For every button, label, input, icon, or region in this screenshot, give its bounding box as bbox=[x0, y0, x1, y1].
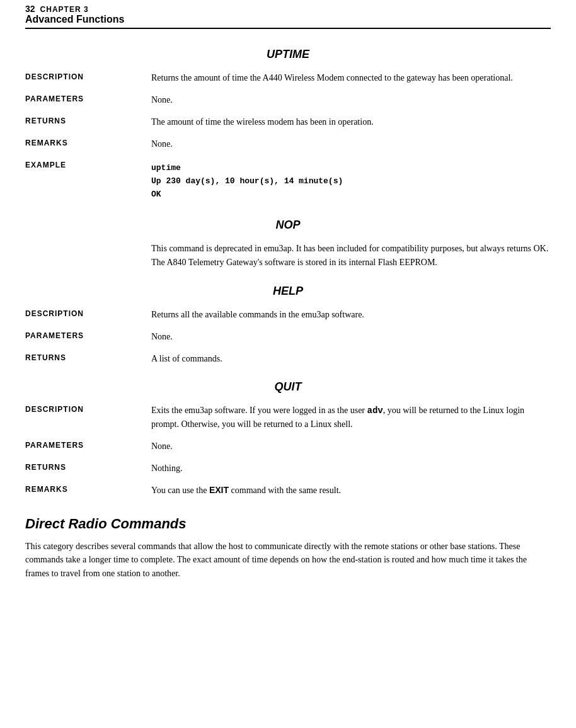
quit-remarks-label: Remarks bbox=[25, 484, 151, 494]
uptime-parameters-value: None. bbox=[151, 93, 551, 106]
nop-title: NOP bbox=[25, 219, 551, 232]
help-description-label: Description bbox=[25, 308, 151, 318]
help-section: HELP Description Returns all the availab… bbox=[25, 285, 551, 365]
uptime-description-row: Description Returns the amount of time t… bbox=[25, 71, 551, 84]
quit-parameters-value: None. bbox=[151, 440, 551, 453]
uptime-description-value: Returns the amount of time the A440 Wire… bbox=[151, 71, 551, 84]
quit-remarks-value: You can use the EXIT command with the sa… bbox=[151, 484, 551, 497]
chapter-label: CHAPTER 3 bbox=[40, 5, 89, 14]
quit-description-before: Exits the emu3ap software. If you were l… bbox=[151, 406, 367, 415]
quit-description-bold: adv bbox=[367, 406, 383, 416]
uptime-section: UPTIME Description Returns the amount of… bbox=[25, 48, 551, 203]
quit-returns-value: Nothing. bbox=[151, 462, 551, 475]
quit-remarks-before: You can use the bbox=[151, 486, 209, 495]
chapter-title: Advanced Functions bbox=[25, 14, 551, 25]
direct-radio-section: Direct Radio Commands This category desc… bbox=[25, 516, 551, 581]
page-header: 32 CHAPTER 3 Advanced Functions bbox=[25, 0, 551, 29]
quit-section: QUIT Description Exits the emu3ap softwa… bbox=[25, 380, 551, 497]
help-parameters-label: Parameters bbox=[25, 330, 151, 340]
uptime-description-label: Description bbox=[25, 71, 151, 81]
uptime-code-block: uptimeUp 230 day(s), 10 hour(s), 14 minu… bbox=[151, 162, 551, 201]
quit-returns-row: Returns Nothing. bbox=[25, 462, 551, 475]
uptime-remarks-row: Remarks None. bbox=[25, 137, 551, 151]
quit-parameters-label: Parameters bbox=[25, 440, 151, 450]
uptime-example-code: uptimeUp 230 day(s), 10 hour(s), 14 minu… bbox=[151, 159, 551, 203]
uptime-parameters-row: Parameters None. bbox=[25, 93, 551, 106]
uptime-title: UPTIME bbox=[25, 48, 551, 61]
quit-remarks-row: Remarks You can use the EXIT command wit… bbox=[25, 484, 551, 497]
quit-description-label: Description bbox=[25, 404, 151, 414]
page-number: 32 bbox=[25, 4, 35, 14]
quit-remarks-bold: EXIT bbox=[209, 485, 229, 495]
nop-description: This command is deprecated in emu3ap. It… bbox=[151, 242, 551, 269]
help-parameters-row: Parameters None. bbox=[25, 330, 551, 343]
uptime-remarks-value: None. bbox=[151, 137, 551, 151]
uptime-returns-value: The amount of time the wireless modem ha… bbox=[151, 115, 551, 128]
help-parameters-value: None. bbox=[151, 330, 551, 343]
uptime-example-row: Example uptimeUp 230 day(s), 10 hour(s),… bbox=[25, 159, 551, 203]
help-returns-label: Returns bbox=[25, 352, 151, 362]
quit-returns-label: Returns bbox=[25, 462, 151, 472]
quit-parameters-row: Parameters None. bbox=[25, 440, 551, 453]
quit-title: QUIT bbox=[25, 380, 551, 394]
page-container: 32 CHAPTER 3 Advanced Functions UPTIME D… bbox=[0, 0, 576, 728]
uptime-returns-label: Returns bbox=[25, 115, 151, 125]
uptime-parameters-label: Parameters bbox=[25, 93, 151, 103]
help-title: HELP bbox=[25, 285, 551, 298]
quit-description-value: Exits the emu3ap software. If you were l… bbox=[151, 404, 551, 431]
direct-radio-title: Direct Radio Commands bbox=[25, 516, 551, 532]
help-returns-value: A list of commands. bbox=[151, 352, 551, 365]
help-returns-row: Returns A list of commands. bbox=[25, 352, 551, 365]
help-description-row: Description Returns all the available co… bbox=[25, 308, 551, 321]
uptime-returns-row: Returns The amount of time the wireless … bbox=[25, 115, 551, 128]
direct-radio-description: This category describes several commands… bbox=[25, 540, 551, 581]
help-description-value: Returns all the available commands in th… bbox=[151, 308, 551, 321]
uptime-example-label: Example bbox=[25, 159, 151, 169]
quit-remarks-after: command with the same result. bbox=[229, 486, 341, 495]
uptime-remarks-label: Remarks bbox=[25, 137, 151, 147]
nop-section: NOP This command is deprecated in emu3ap… bbox=[25, 219, 551, 269]
quit-description-row: Description Exits the emu3ap software. I… bbox=[25, 404, 551, 431]
